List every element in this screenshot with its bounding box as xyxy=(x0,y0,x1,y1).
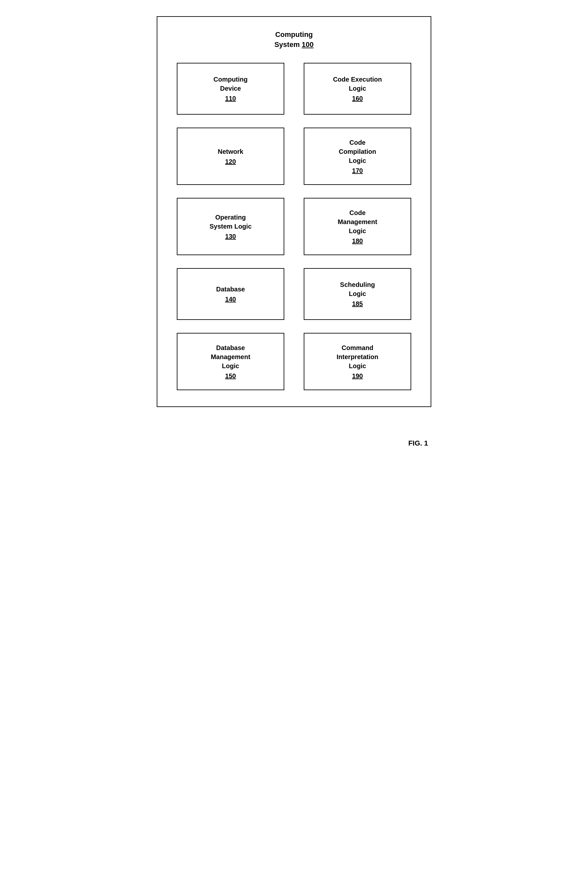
label-code-compilation-logic: CodeCompilationLogic xyxy=(339,138,376,165)
label-database: Database xyxy=(216,285,245,294)
number-database-management-logic: 150 xyxy=(225,372,236,380)
number-database: 140 xyxy=(225,296,236,303)
number-computing-device: 110 xyxy=(225,95,236,102)
label-code-execution-logic: Code ExecutionLogic xyxy=(333,75,382,93)
page-container: Computing System 100 ComputingDevice110C… xyxy=(147,6,441,454)
figure-label: FIG. 1 xyxy=(408,439,428,448)
component-box-computing-device: ComputingDevice110 xyxy=(177,63,284,115)
label-scheduling-logic: SchedulingLogic xyxy=(340,280,375,298)
label-network: Network xyxy=(218,147,244,156)
component-box-database: Database140 xyxy=(177,268,284,320)
number-command-interpretation-logic: 190 xyxy=(352,372,363,380)
label-code-management-logic: CodeManagementLogic xyxy=(338,208,377,235)
label-computing-device: ComputingDevice xyxy=(214,75,248,93)
label-operating-system-logic: OperatingSystem Logic xyxy=(209,213,252,231)
diagram-border: Computing System 100 ComputingDevice110C… xyxy=(157,16,431,407)
number-network: 120 xyxy=(225,158,236,165)
label-database-management-logic: DatabaseManagementLogic xyxy=(211,343,250,370)
number-code-compilation-logic: 170 xyxy=(352,167,363,174)
title-section: Computing System 100 xyxy=(170,23,418,50)
title-line1: Computing xyxy=(275,30,313,38)
component-box-code-management-logic: CodeManagementLogic180 xyxy=(304,198,411,255)
number-scheduling-logic: 185 xyxy=(352,300,363,308)
number-operating-system-logic: 130 xyxy=(225,233,236,240)
components-grid: ComputingDevice110Code ExecutionLogic160… xyxy=(170,59,418,393)
number-code-management-logic: 180 xyxy=(352,237,363,245)
component-box-operating-system-logic: OperatingSystem Logic130 xyxy=(177,198,284,255)
system-title: Computing System 100 xyxy=(170,30,418,50)
component-box-code-execution-logic: Code ExecutionLogic160 xyxy=(304,63,411,115)
number-code-execution-logic: 160 xyxy=(352,95,363,102)
component-box-network: Network120 xyxy=(177,127,284,185)
title-line2: System xyxy=(274,41,302,49)
component-box-database-management-logic: DatabaseManagementLogic150 xyxy=(177,333,284,390)
component-box-command-interpretation-logic: CommandInterpretationLogic190 xyxy=(304,333,411,390)
title-number: 100 xyxy=(302,41,314,49)
component-box-code-compilation-logic: CodeCompilationLogic170 xyxy=(304,127,411,185)
label-command-interpretation-logic: CommandInterpretationLogic xyxy=(337,343,379,370)
component-box-scheduling-logic: SchedulingLogic185 xyxy=(304,268,411,320)
